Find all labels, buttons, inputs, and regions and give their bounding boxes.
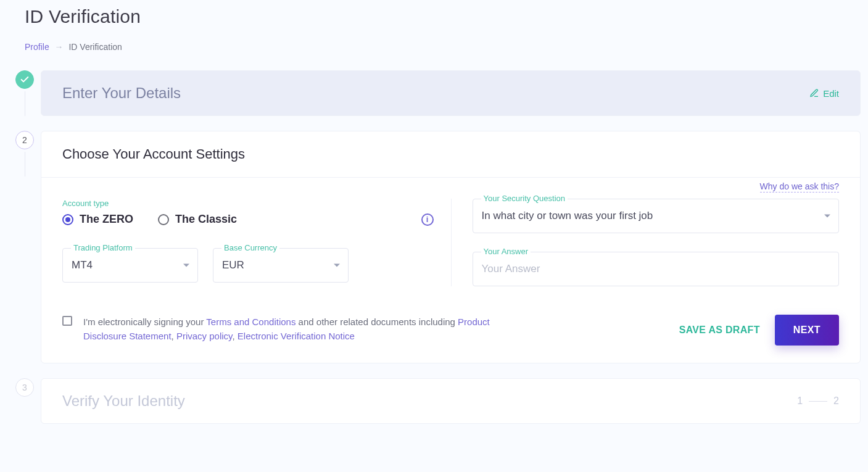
base-currency-select[interactable]: EUR	[213, 248, 349, 283]
trading-platform-select[interactable]: MT4	[62, 248, 198, 283]
caret-down-icon	[334, 264, 340, 267]
step-1-complete-icon	[15, 70, 34, 89]
breadcrumb: Profile → ID Verification	[25, 42, 861, 52]
save-as-draft-button[interactable]: SAVE AS DRAFT	[679, 325, 760, 336]
edit-details-link[interactable]: Edit	[809, 88, 839, 99]
chevron-right-icon: →	[55, 42, 64, 52]
radio-classic-label: The Classic	[175, 213, 237, 226]
consent-checkbox[interactable]	[62, 316, 72, 326]
substep-divider	[809, 401, 827, 402]
edit-label: Edit	[823, 88, 839, 99]
substep-1: 1	[797, 395, 803, 407]
step-connector	[25, 152, 25, 176]
security-question-label: Your Security Question	[481, 194, 568, 203]
base-currency-label: Base Currency	[221, 243, 279, 252]
page-title: ID Verification	[25, 6, 861, 27]
why-do-we-ask-link[interactable]: Why do we ask this?	[760, 181, 839, 193]
verify-identity-title: Verify Your Identity	[62, 392, 185, 410]
radio-selected-icon	[62, 214, 73, 225]
step-enter-details-card: Enter Your Details Edit	[41, 70, 861, 116]
radio-unselected-icon	[158, 214, 169, 225]
security-question-select[interactable]: In what city or town was your first job	[473, 199, 840, 233]
caret-down-icon	[824, 215, 830, 218]
evn-link[interactable]: Electronic Verification Notice	[238, 331, 355, 341]
next-button[interactable]: NEXT	[775, 315, 839, 346]
answer-input[interactable]	[473, 252, 840, 286]
answer-label: Your Answer	[481, 247, 531, 256]
account-settings-title: Choose Your Account Settings	[62, 146, 839, 162]
verify-substeps: 1 2	[797, 395, 839, 407]
substep-2: 2	[833, 395, 839, 407]
base-currency-value: EUR	[222, 259, 244, 271]
pencil-icon	[809, 88, 819, 98]
caret-down-icon	[183, 264, 189, 267]
info-icon[interactable]: i	[421, 213, 434, 226]
breadcrumb-profile-link[interactable]: Profile	[25, 42, 49, 52]
step-connector	[25, 91, 25, 116]
radio-zero-label: The ZERO	[80, 213, 133, 226]
consent-text: I'm electronically signing your Terms an…	[83, 315, 503, 344]
radio-the-zero[interactable]: The ZERO	[62, 213, 133, 226]
trading-platform-value: MT4	[72, 259, 93, 271]
radio-the-classic[interactable]: The Classic	[158, 213, 237, 226]
enter-details-title: Enter Your Details	[62, 85, 181, 102]
account-type-label: Account type	[62, 199, 430, 208]
breadcrumb-current: ID Verification	[68, 42, 122, 52]
step-account-settings-card: Choose Your Account Settings Account typ…	[41, 131, 861, 363]
security-question-value: In what city or town was your first job	[482, 210, 653, 222]
step-3-indicator: 3	[15, 378, 34, 397]
step-2-indicator: 2	[15, 131, 34, 149]
trading-platform-label: Trading Platform	[71, 243, 135, 252]
privacy-link[interactable]: Privacy policy	[176, 331, 233, 341]
step-verify-identity-card: Verify Your Identity 1 2	[41, 378, 861, 424]
terms-link[interactable]: Terms and Conditions	[206, 317, 296, 327]
